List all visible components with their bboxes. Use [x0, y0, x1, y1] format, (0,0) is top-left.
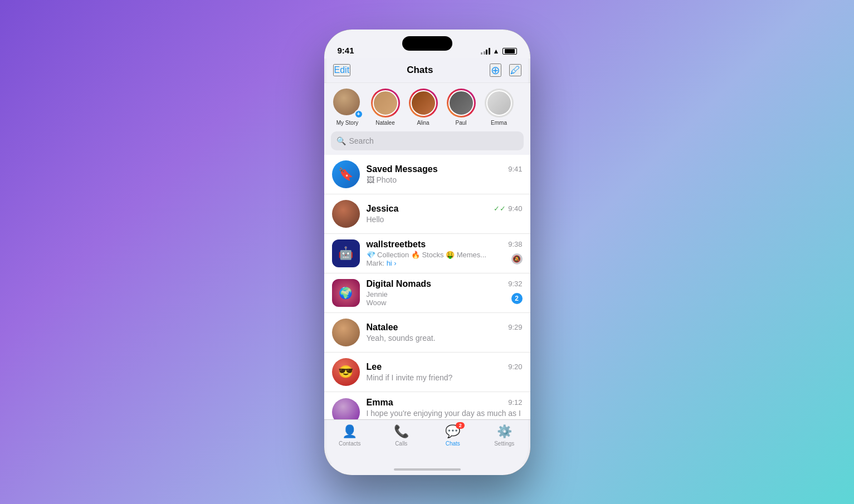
read-check-icon: ✓✓ [494, 204, 506, 213]
phone-frame: 9:41 ▲ Edit Chats ⊕ 🖊 [324, 30, 530, 475]
status-time: 9:41 [338, 46, 354, 55]
nomads-preview-line2: Woow [367, 299, 508, 307]
chat-time-natalee: 9:29 [508, 323, 522, 331]
tab-calls-label: Calls [395, 441, 407, 447]
chat-item-wallstreetbets[interactable]: 🤖 wallstreetbets 9:38 💎 Collection 🔥 Sto… [324, 234, 530, 273]
story-emma[interactable]: Emma [480, 89, 518, 126]
nav-bar: Edit Chats ⊕ 🖊 [324, 58, 530, 83]
battery-icon [502, 48, 517, 55]
tab-calls[interactable]: 📞 Calls [375, 424, 427, 447]
chat-time-saved: 9:41 [508, 165, 522, 173]
chat-item-digital-nomads[interactable]: 🌍 Digital Nomads 9:32 Jennie Woow 2 [324, 273, 530, 313]
calls-icon: 📞 [394, 424, 409, 439]
wsb-muted-badge: 🔕 [511, 253, 523, 265]
dynamic-island [402, 36, 452, 51]
story-paul[interactable]: Paul [442, 89, 480, 126]
chat-preview-lee: Mind if I invite my friend? [367, 373, 523, 382]
status-icons: ▲ [481, 47, 516, 55]
wifi-icon: ▲ [493, 47, 500, 55]
saved-messages-avatar: 🔖 [332, 160, 360, 188]
emma-avatar [332, 398, 360, 419]
chat-list: 🔖 Saved Messages 9:41 🖼 Photo Jessica [324, 155, 530, 419]
story-my-label: My Story [336, 120, 358, 126]
bookmark-icon: 🔖 [338, 167, 353, 182]
chats-tab-badge: 2 [456, 422, 465, 429]
story-paul-label: Paul [455, 120, 466, 126]
story-my[interactable]: + My Story [329, 89, 367, 126]
wsb-avatar: 🤖 [332, 239, 360, 267]
chat-item-saved-messages[interactable]: 🔖 Saved Messages 9:41 🖼 Photo [324, 155, 530, 194]
settings-icon: ⚙️ [497, 424, 512, 439]
home-indicator [324, 464, 530, 475]
chat-item-natalee[interactable]: Natalee 9:29 Yeah, sounds great. [324, 313, 530, 353]
wsb-emoji1: 💎 [367, 251, 375, 259]
chat-item-jessica[interactable]: Jessica ✓✓ 9:40 Hello [324, 194, 530, 234]
story-natalee-label: Natalee [375, 120, 394, 126]
signal-icon [481, 48, 490, 55]
jessica-avatar [332, 200, 360, 228]
chat-info-saved: Saved Messages 9:41 🖼 Photo [367, 164, 523, 184]
tab-chats[interactable]: 💬 2 Chats [427, 424, 479, 447]
chat-name-jessica: Jessica [367, 204, 399, 214]
chat-time-nomads: 9:32 [508, 280, 522, 288]
lee-avatar: 😎 [332, 358, 360, 386]
chat-name-saved: Saved Messages [367, 164, 438, 174]
story-alina-label: Alina [417, 120, 429, 126]
nomads-preview-line1: Jennie [367, 290, 508, 299]
chat-name-nomads: Digital Nomads [367, 279, 431, 289]
chat-info-lee: Lee 9:20 Mind if I invite my friend? [367, 362, 523, 382]
chat-time-wsb: 9:38 [508, 240, 522, 248]
chat-info-jessica: Jessica ✓✓ 9:40 Hello [367, 204, 523, 224]
chat-name-natalee: Natalee [367, 322, 398, 332]
chat-preview-natalee: Yeah, sounds great. [367, 334, 523, 342]
chat-preview-saved: 🖼 Photo [367, 175, 523, 184]
tab-contacts-label: Contacts [339, 441, 360, 447]
search-icon: 🔍 [336, 136, 346, 145]
story-natalee[interactable]: Natalee [367, 89, 404, 126]
tab-chats-label: Chats [446, 441, 460, 447]
chats-icon-wrap: 💬 2 [445, 424, 460, 439]
home-bar [394, 468, 461, 471]
chat-time-lee: 9:20 [508, 363, 522, 371]
chat-preview-emma: I hope you're enjoying your day as much … [367, 409, 523, 419]
search-bar: 🔍 Search [324, 129, 530, 155]
chat-info-wsb: wallstreetbets 9:38 💎 Collection 🔥 Stock… [367, 239, 523, 267]
nav-title: Chats [407, 65, 433, 76]
edit-button[interactable]: Edit [333, 64, 351, 76]
chat-preview-jessica: Hello [367, 215, 523, 224]
tab-settings-label: Settings [494, 441, 514, 447]
chat-time-jessica: 9:40 [508, 204, 522, 213]
tab-settings[interactable]: ⚙️ Settings [479, 424, 530, 447]
story-alina[interactable]: Alina [404, 89, 442, 126]
nav-icons: ⊕ 🖊 [490, 63, 521, 77]
chat-info-natalee: Natalee 9:29 Yeah, sounds great. [367, 322, 523, 342]
compose-button[interactable]: 🖊 [509, 64, 521, 76]
nomads-avatar: 🌍 [332, 279, 360, 307]
natalee-avatar [332, 319, 360, 346]
search-input[interactable]: 🔍 Search [331, 131, 524, 150]
stories-row: + My Story Natalee Alina Paul [324, 83, 530, 129]
chat-name-wsb: wallstreetbets [367, 239, 426, 249]
chat-item-emma[interactable]: Emma 9:12 I hope you're enjoying your da… [324, 392, 530, 419]
chat-info-emma: Emma 9:12 I hope you're enjoying your da… [367, 398, 523, 419]
add-story-icon: + [354, 110, 363, 119]
chat-info-nomads: Digital Nomads 9:32 Jennie Woow 2 [367, 279, 523, 307]
chat-name-lee: Lee [367, 362, 382, 372]
nomads-badge: 2 [511, 293, 523, 304]
wsb-preview-line1: 💎 Collection 🔥 Stocks 🤑 Memes... [367, 251, 508, 259]
tab-bar: 👤 Contacts 📞 Calls 💬 2 Chats ⚙️ Settings [324, 419, 530, 464]
chat-name-emma: Emma [367, 398, 393, 408]
contacts-icon: 👤 [342, 424, 357, 439]
search-placeholder-text: Search [349, 136, 374, 145]
wsb-preview-line2: Mark: hi › [367, 259, 508, 267]
chat-item-lee[interactable]: 😎 Lee 9:20 Mind if I invite my friend? [324, 353, 530, 392]
story-emma-label: Emma [491, 120, 507, 126]
tab-contacts[interactable]: 👤 Contacts [324, 424, 376, 447]
add-chat-button[interactable]: ⊕ [490, 63, 501, 77]
chat-time-emma: 9:12 [508, 398, 522, 407]
